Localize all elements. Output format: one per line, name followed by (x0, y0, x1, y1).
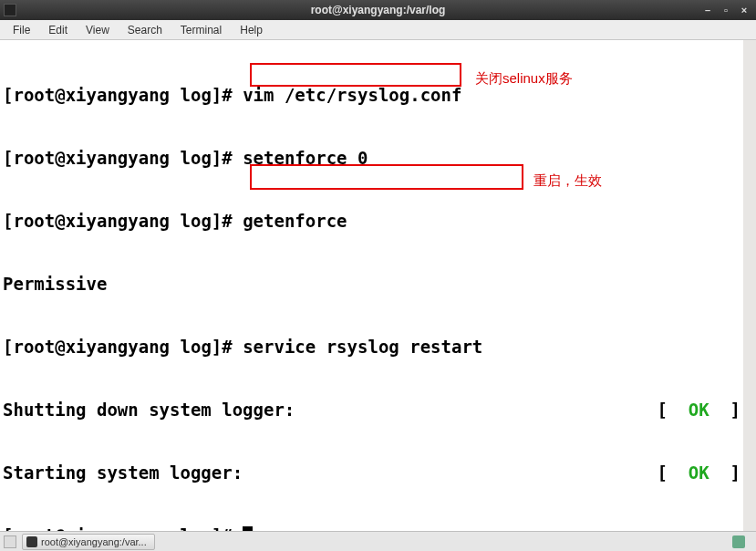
taskbar: root@xiyangyang:/var... (0, 531, 756, 551)
command-vim: vim /etc/rsyslog.conf (243, 85, 461, 106)
command-setenforce: setenforce 0 (243, 148, 368, 169)
terminal-cursor (243, 526, 253, 531)
prompt: [root@xiyangyang log]# (3, 211, 243, 232)
output-permissive: Permissive (3, 274, 107, 295)
prompt: [root@xiyangyang log]# (3, 85, 243, 106)
system-tray (732, 535, 752, 548)
menu-view[interactable]: View (78, 22, 117, 38)
taskbar-item-terminal[interactable]: root@xiyangyang:/var... (22, 534, 155, 550)
prompt: [root@xiyangyang log]# (3, 525, 243, 531)
status-ok: [ OK ] (657, 463, 740, 483)
annotation-selinux: 关闭selinux服务 (475, 68, 573, 88)
terminal-output[interactable]: [root@xiyangyang log]# vim /etc/rsyslog.… (0, 40, 756, 531)
terminal-app-icon (4, 4, 16, 16)
output-shutdown: Shutting down system logger: (3, 400, 657, 421)
tray-icon[interactable] (732, 535, 745, 548)
window-titlebar: root@xiyangyang:/var/log – ▫ × (0, 0, 756, 20)
menu-search[interactable]: Search (120, 22, 170, 38)
command-getenforce: getenforce (243, 211, 347, 232)
output-starting: Starting system logger: (3, 463, 657, 483)
show-desktop-button[interactable] (4, 535, 16, 548)
annotation-restart: 重启，生效 (533, 170, 602, 191)
window-title: root@xiyangyang:/var/log (311, 4, 446, 16)
menubar: File Edit View Search Terminal Help (0, 20, 756, 40)
terminal-icon (26, 536, 37, 547)
taskbar-item-label: root@xiyangyang:/var... (41, 536, 147, 547)
menu-help[interactable]: Help (233, 22, 270, 38)
menu-terminal[interactable]: Terminal (173, 22, 229, 38)
maximize-button[interactable]: ▫ (718, 3, 734, 17)
menu-file[interactable]: File (5, 22, 37, 38)
command-service-restart: service rsyslog restart (243, 337, 482, 358)
close-button[interactable]: × (736, 3, 752, 17)
minimize-button[interactable]: – (699, 3, 716, 17)
prompt: [root@xiyangyang log]# (3, 337, 243, 358)
highlight-setenforce (250, 63, 461, 87)
status-ok: [ OK ] (657, 400, 740, 421)
menu-edit[interactable]: Edit (41, 22, 75, 38)
prompt: [root@xiyangyang log]# (3, 148, 243, 169)
